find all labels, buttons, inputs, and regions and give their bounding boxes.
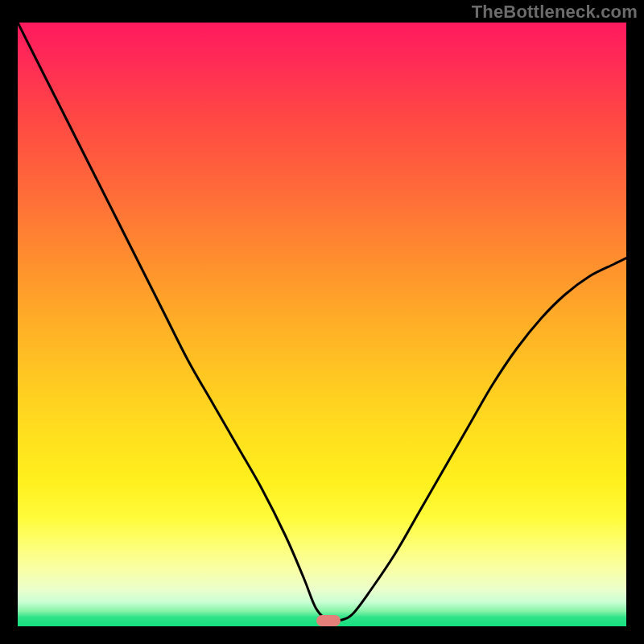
curve-line	[18, 23, 626, 626]
plot-area	[18, 23, 626, 626]
watermark-text: TheBottleneck.com	[472, 2, 638, 23]
chart-container: TheBottleneck.com	[0, 0, 644, 644]
plot-frame	[18, 23, 626, 626]
minimum-marker	[316, 615, 341, 626]
